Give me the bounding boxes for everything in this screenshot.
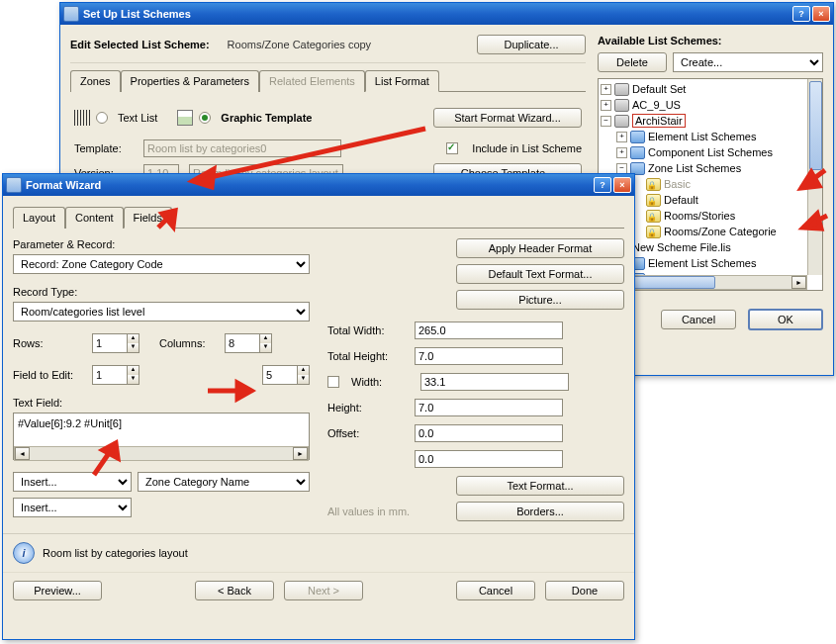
lock-icon [646, 194, 661, 207]
text-field-label: Text Field: [13, 397, 310, 409]
expand-icon[interactable]: + [616, 132, 627, 142]
field-to-edit-label: Field to Edit: [13, 369, 82, 381]
folder-icon [630, 146, 645, 159]
width-input[interactable] [420, 373, 569, 391]
setup-tabs: Zones Properties & Parameters Related El… [70, 69, 586, 92]
width-checkbox[interactable] [327, 376, 339, 388]
lock-icon [646, 210, 661, 223]
picture-button[interactable]: Picture... [456, 290, 624, 310]
height-label: Height: [327, 402, 407, 414]
tab-layout[interactable]: Layout [13, 207, 65, 229]
total-height-input[interactable] [415, 347, 563, 365]
edit-scheme-value: Rooms/Zone Categories copy [228, 39, 372, 50]
back-button[interactable]: < Back [195, 581, 274, 600]
edit-scheme-label: Edit Selected List Scheme: [70, 39, 210, 50]
folder-icon [630, 131, 645, 143]
help-button[interactable]: ? [594, 177, 611, 193]
record-type-label: Record Type: [13, 286, 310, 298]
apply-header-format-button[interactable]: Apply Header Format [456, 238, 624, 258]
template-label: Template: [74, 142, 134, 154]
wizard-titlebar[interactable]: Format Wizard ? × [3, 174, 634, 196]
expand-icon[interactable]: + [601, 100, 611, 111]
done-button[interactable]: Done [545, 581, 624, 600]
wizard-tabs: Layout Content Fields [13, 206, 624, 229]
lock-icon [646, 226, 661, 238]
offset2-input[interactable] [415, 450, 563, 468]
tab-content[interactable]: Content [65, 207, 124, 229]
tab-zones[interactable]: Zones [70, 70, 121, 92]
wizard-title: Format Wizard [26, 179, 101, 191]
insert-dropdown-2[interactable]: Insert... [13, 498, 132, 517]
columns-stepper[interactable]: ▲▼ [225, 333, 272, 353]
rows-label: Rows: [13, 337, 82, 349]
field-to-edit-stepper[interactable]: ▲▼ [92, 365, 139, 385]
text-format-button[interactable]: Text Format... [456, 476, 624, 496]
total-width-label: Total Width: [327, 324, 407, 336]
rows-stepper[interactable]: ▲▼ [92, 333, 139, 353]
parameter-record-label: Parameter & Record: [13, 238, 310, 250]
tab-related-elements: Related Elements [259, 70, 365, 92]
next-button: Next > [284, 581, 363, 600]
include-in-scheme-checkbox[interactable] [446, 142, 458, 154]
format-wizard-window: Format Wizard ? × Layout Content Fields … [2, 173, 635, 640]
cancel-button[interactable]: Cancel [661, 310, 736, 329]
collapse-icon[interactable]: − [601, 116, 611, 127]
lock-icon [646, 178, 661, 191]
cancel-button[interactable]: Cancel [456, 581, 535, 600]
available-schemes-label: Available List Schemes: [598, 35, 722, 46]
create-dropdown[interactable]: Create... [673, 52, 823, 72]
width-label: Width: [351, 376, 413, 388]
columns-label: Columns: [159, 337, 215, 349]
database-icon [614, 99, 629, 112]
insert-dropdown-1[interactable]: Insert... [13, 472, 132, 492]
database-icon [614, 83, 629, 96]
tab-fields[interactable]: Fields [124, 207, 172, 229]
footer-note: Room list by categories layout [43, 547, 188, 559]
offset-label: Offset: [327, 427, 407, 439]
expand-icon[interactable]: + [616, 147, 627, 158]
borders-button[interactable]: Borders... [456, 502, 624, 521]
graphic-template-icon [177, 110, 193, 126]
setup-titlebar[interactable]: Set Up List Schemes ? × [60, 3, 833, 25]
template-field [143, 139, 341, 157]
record-type-select[interactable]: Room/categories list level [13, 302, 310, 322]
start-format-wizard-button[interactable]: Start Format Wizard... [433, 108, 582, 128]
collapse-icon[interactable]: − [616, 163, 627, 174]
total-width-input[interactable] [415, 322, 563, 339]
text-list-icon [74, 110, 90, 126]
total-height-label: Total Height: [327, 350, 407, 362]
scroll-right-icon[interactable]: ► [791, 276, 806, 289]
graphic-template-radio[interactable] [199, 112, 211, 124]
preview-button[interactable]: Preview... [13, 581, 102, 600]
tab-properties[interactable]: Properties & Parameters [121, 70, 259, 92]
include-in-scheme-label: Include in List Scheme [472, 142, 582, 154]
scroll-left-icon[interactable]: ◄ [15, 447, 30, 460]
default-text-format-button[interactable]: Default Text Format... [456, 264, 624, 284]
second-stepper[interactable]: ▲▼ [262, 365, 310, 385]
info-icon: i [13, 542, 35, 564]
app-icon [63, 6, 79, 22]
text-list-label: Text List [118, 112, 157, 124]
database-icon [614, 115, 629, 128]
delete-button[interactable]: Delete [598, 52, 667, 72]
expand-icon[interactable]: + [601, 84, 611, 95]
textfield-hscroll[interactable]: ◄► [14, 446, 309, 461]
duplicate-button[interactable]: Duplicate... [477, 35, 586, 54]
setup-title: Set Up List Schemes [83, 8, 191, 20]
help-button[interactable]: ? [792, 6, 810, 22]
tree-vscroll[interactable] [807, 79, 822, 275]
graphic-template-label: Graphic Template [221, 112, 312, 124]
app-icon [6, 177, 22, 193]
record-select[interactable]: Record: Zone Category Code [13, 254, 310, 274]
scroll-right-icon[interactable]: ► [293, 447, 308, 460]
tab-list-format[interactable]: List Format [365, 70, 439, 92]
height-input[interactable] [415, 399, 563, 416]
all-values-label: All values in mm. [327, 506, 456, 517]
offset-input[interactable] [415, 424, 563, 442]
close-button[interactable]: × [812, 6, 830, 22]
zone-category-dropdown[interactable]: Zone Category Name [138, 472, 310, 492]
ok-button[interactable]: OK [748, 309, 823, 330]
text-list-radio[interactable] [96, 112, 108, 124]
close-button[interactable]: × [613, 177, 631, 193]
